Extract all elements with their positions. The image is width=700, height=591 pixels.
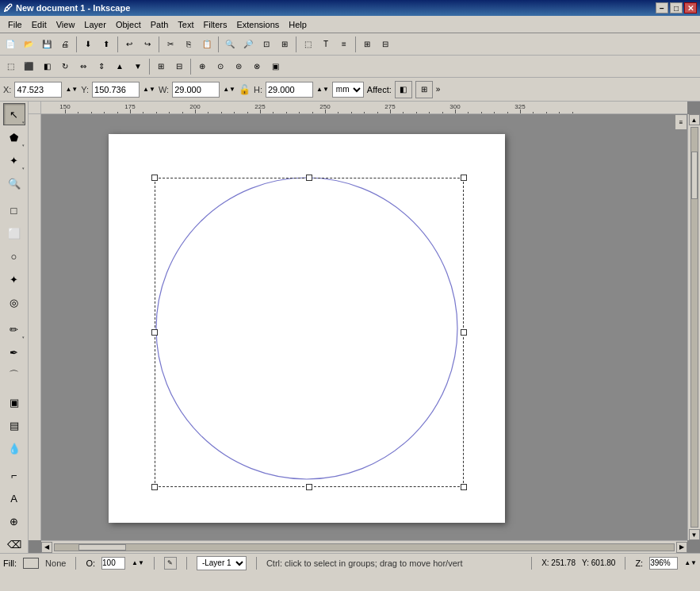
minimize-button[interactable]: − <box>656 2 668 13</box>
scroll-down-button[interactable]: ▼ <box>689 529 700 540</box>
zoom-fit-button[interactable]: ⊡ <box>258 36 275 53</box>
lower-button[interactable]: ▼ <box>129 58 147 75</box>
snap-bbox-button[interactable]: ⊜ <box>230 58 247 75</box>
lock-icon[interactable]: 🔓 <box>239 84 251 95</box>
scroll-right-button[interactable]: ▶ <box>676 542 687 553</box>
drawing-canvas[interactable] <box>41 114 687 540</box>
status-sep6 <box>625 557 625 570</box>
ellipse-tool-button[interactable]: ○ <box>3 245 25 267</box>
zoom-tool-button[interactable]: 🔍 <box>3 172 25 194</box>
hscroll-thumb[interactable] <box>78 544 126 551</box>
close-button[interactable]: ✕ <box>684 2 697 13</box>
h-input[interactable] <box>266 82 313 98</box>
canvas-area[interactable]: 150175200225250275300325 ≡ <box>29 102 700 553</box>
print-button[interactable]: 🖨 <box>56 36 74 53</box>
snap-grid-button[interactable]: ⊞ <box>358 36 376 53</box>
fill-swatch[interactable] <box>23 558 39 569</box>
maximize-button[interactable]: □ <box>670 2 683 13</box>
select-all-button[interactable]: ⬚ <box>2 58 19 75</box>
open-button[interactable]: 📂 <box>20 36 37 53</box>
menu-item-text[interactable]: Text <box>173 18 198 31</box>
zoom-arrows: ▲▼ <box>684 559 697 566</box>
save-button[interactable]: 💾 <box>38 36 55 53</box>
paste-button[interactable]: 📋 <box>198 36 216 53</box>
undo-button[interactable]: ↩ <box>120 36 138 53</box>
import-button[interactable]: ⬇ <box>79 36 97 53</box>
spray-tool-button[interactable]: ⊕ <box>3 510 25 532</box>
snap-grid2-button[interactable]: ▣ <box>266 58 284 75</box>
scroll-left-button[interactable]: ◀ <box>41 542 52 553</box>
copy-button[interactable]: ⎘ <box>180 36 197 53</box>
flip-h-button[interactable]: ⇔ <box>75 58 92 75</box>
select-same-button[interactable]: ⬛ <box>20 58 37 75</box>
dropper-tool-button[interactable]: 💧 <box>3 437 25 459</box>
x-input[interactable] <box>14 82 62 98</box>
handle-bc[interactable] <box>306 484 312 490</box>
zoom-out-button[interactable]: 🔎 <box>239 36 257 53</box>
redo-button[interactable]: ↪ <box>139 36 156 53</box>
rect-tool-button[interactable]: □ <box>3 199 25 221</box>
y-input[interactable] <box>92 82 140 98</box>
handle-mr[interactable] <box>461 329 467 336</box>
menu-item-filters[interactable]: Filters <box>199 18 232 31</box>
handle-ml[interactable] <box>151 329 158 336</box>
affect-stroke-button[interactable]: ⊞ <box>415 81 433 98</box>
gradient-tool-button[interactable]: ▤ <box>3 414 25 436</box>
cut-button[interactable]: ✂ <box>162 36 179 53</box>
xml-editor-button[interactable]: ≡ <box>335 36 353 53</box>
menu-item-edit[interactable]: Edit <box>27 18 52 31</box>
export-button[interactable]: ⬆ <box>98 36 115 53</box>
rotate-button[interactable]: ↻ <box>56 58 74 75</box>
transform-button[interactable]: ◧ <box>38 58 55 75</box>
fill-stroke-button[interactable]: ⬚ <box>299 36 316 53</box>
zoom-page-button[interactable]: ⊞ <box>276 36 293 53</box>
menu-item-path[interactable]: Path <box>146 18 174 31</box>
affect-geo-button[interactable]: ◧ <box>395 81 412 98</box>
raise-button[interactable]: ▲ <box>111 58 128 75</box>
menu-item-layer[interactable]: Layer <box>79 18 111 31</box>
eraser-tool-button[interactable]: ⌫ <box>3 533 25 553</box>
text-tool-button[interactable]: T <box>317 36 335 53</box>
right-expand-button[interactable]: ≡ <box>675 114 687 130</box>
zoom-in-button[interactable]: 🔍 <box>221 36 239 53</box>
snap-paths-button[interactable]: ⊗ <box>248 58 266 75</box>
hscroll-track[interactable] <box>54 543 675 551</box>
more-options-button[interactable]: » <box>436 85 441 94</box>
star-tool-button[interactable]: ✦ <box>3 268 25 290</box>
3dbox-tool-button[interactable]: ⬜ <box>3 222 25 244</box>
handle-tl[interactable] <box>151 175 158 181</box>
flip-v-button[interactable]: ⇕ <box>93 58 110 75</box>
text-tool-button[interactable]: A <box>3 487 25 509</box>
layer-select[interactable]: -Layer 1 <box>197 556 247 570</box>
ungroup-button[interactable]: ⊟ <box>170 58 188 75</box>
menu-item-file[interactable]: File <box>3 18 27 31</box>
snap-toggle-button[interactable]: ⊟ <box>377 36 394 53</box>
pen-tool-button[interactable]: ✒ <box>3 341 25 363</box>
w-input[interactable] <box>172 82 220 98</box>
menu-item-extensions[interactable]: Extensions <box>231 18 284 31</box>
spiral-tool-button[interactable]: ◎ <box>3 291 25 313</box>
handle-br[interactable] <box>461 484 467 490</box>
fill-value: None <box>45 558 66 568</box>
vscroll-thumb[interactable] <box>691 152 698 199</box>
snap-enable-button[interactable]: ⊕ <box>193 58 211 75</box>
app-icon: 🖊 <box>3 2 13 13</box>
menu-item-object[interactable]: Object <box>111 18 146 31</box>
group-button[interactable]: ⊞ <box>152 58 170 75</box>
bucket-tool-button[interactable]: ▣ <box>3 391 25 413</box>
connector-tool-button[interactable]: ⌐ <box>3 464 25 486</box>
opacity-input[interactable] <box>101 557 125 570</box>
scroll-up-button[interactable]: ▲ <box>689 114 700 125</box>
caligraphy-tool-button[interactable]: ⌒ <box>3 364 25 386</box>
new-button[interactable]: 📄 <box>2 36 19 53</box>
vscroll-track[interactable] <box>690 127 698 528</box>
handle-bl[interactable] <box>151 484 158 490</box>
handle-tr[interactable] <box>461 175 467 181</box>
handle-tc[interactable] <box>306 175 312 181</box>
snap-nodes-button[interactable]: ⊙ <box>212 58 229 75</box>
zoom-input[interactable] <box>649 557 678 570</box>
sep1 <box>76 36 77 52</box>
unit-select[interactable]: mm px cm in pt <box>332 82 364 98</box>
menu-item-view[interactable]: View <box>52 18 80 31</box>
menu-item-help[interactable]: Help <box>284 18 312 31</box>
